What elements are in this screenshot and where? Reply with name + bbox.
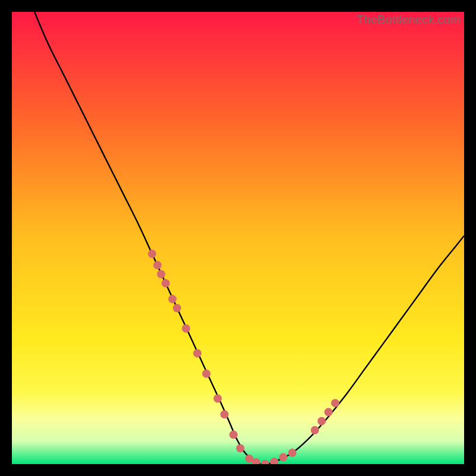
scatter-dot	[157, 270, 165, 278]
scatter-dot	[148, 250, 156, 258]
scatter-dot	[202, 369, 211, 378]
scatter-dot	[193, 349, 202, 358]
scatter-dot	[154, 261, 162, 270]
scatter-dot	[324, 408, 333, 416]
scatter-dot	[279, 453, 287, 462]
scatter-dot	[220, 410, 228, 418]
scatter-dot	[214, 394, 222, 403]
scatter-dot	[173, 304, 181, 312]
chart-svg	[12, 12, 464, 464]
scatter-dot	[182, 324, 190, 333]
scatter-dot	[236, 444, 245, 452]
scatter-dot	[311, 426, 319, 434]
watermark-text: TheBottleneck.com	[356, 13, 461, 27]
chart-frame: TheBottleneck.com	[12, 12, 464, 464]
scatter-dot	[161, 279, 170, 287]
chart-background	[12, 12, 464, 464]
scatter-dot	[288, 449, 296, 457]
scatter-dot	[168, 295, 177, 303]
scatter-dot	[229, 431, 237, 439]
scatter-dot	[318, 417, 326, 425]
scatter-dot	[331, 399, 339, 407]
